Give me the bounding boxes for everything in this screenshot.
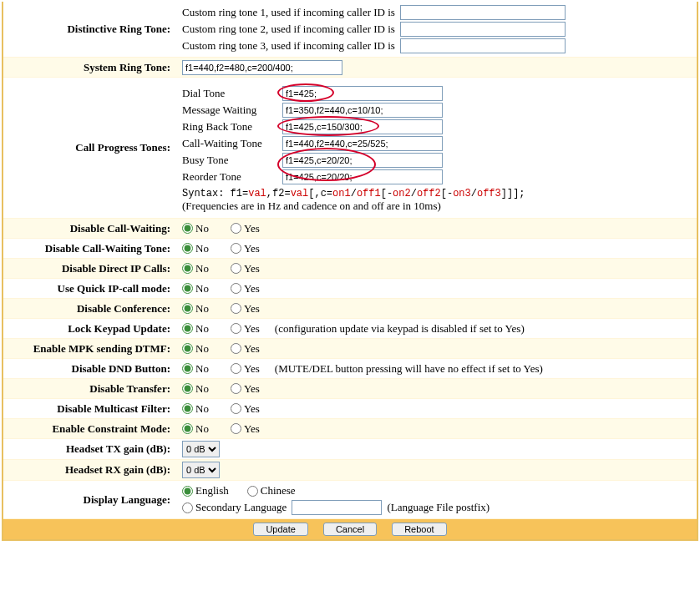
cell-disable-multicast: No Yes <box>179 401 697 417</box>
radio-constraint-mode-yes[interactable] <box>231 423 241 434</box>
radio-disable-transfer-no[interactable] <box>182 383 193 394</box>
input-ring-back[interactable] <box>282 119 443 134</box>
select-tx-gain[interactable]: 0 dB <box>182 441 220 457</box>
row-quick-ip: Use Quick IP-call mode: No Yes <box>3 279 697 299</box>
label-progress-tones: Call Progress Tones: <box>3 78 179 218</box>
row-disable-dnd: Disable DND Button: No Yes (MUTE/DEL but… <box>3 359 697 379</box>
cell-display-lang: English Chinese Secondary Language (Lang… <box>179 481 697 518</box>
cell-tx-gain: 0 dB <box>179 439 697 459</box>
radio-lang-secondary[interactable] <box>182 502 193 513</box>
config-frame: Distinctive Ring Tone: Custom ring tone … <box>2 2 698 541</box>
footer-buttons: Update Cancel Reboot <box>3 519 697 539</box>
label-quick-ip: Use Quick IP-call mode: <box>3 279 179 298</box>
radio-disable-dipc-yes[interactable] <box>231 263 241 274</box>
input-dial-tone[interactable] <box>282 86 443 101</box>
label-system-ring: System Ring Tone: <box>3 58 179 77</box>
radio-disable-multicast-no[interactable] <box>182 403 193 414</box>
radio-mpk-dtmf-no[interactable] <box>182 343 193 354</box>
radio-quick-ip-yes[interactable] <box>231 283 241 294</box>
radio-quick-ip-no[interactable] <box>182 283 193 294</box>
cell-system-ring <box>179 58 697 77</box>
row-system-ring: System Ring Tone: <box>3 58 697 78</box>
row-disable-multicast: Disable Multicast Filter: No Yes <box>3 399 697 419</box>
radio-disable-multicast-yes[interactable] <box>231 403 241 414</box>
text-ring3: Custom ring tone 3, used if incoming cal… <box>182 39 395 53</box>
radio-disable-dipc-no[interactable] <box>182 263 193 274</box>
input-message-waiting[interactable] <box>282 103 443 118</box>
cell-disable-conf: No Yes <box>179 300 697 317</box>
label-display-lang: Display Language: <box>3 481 179 518</box>
reboot-button[interactable]: Reboot <box>392 523 446 536</box>
row-rx-gain: Headset RX gain (dB): 0 dB <box>3 460 697 481</box>
label-disable-multicast: Disable Multicast Filter: <box>3 399 179 418</box>
label-disable-transfer: Disable Transfer: <box>3 379 179 398</box>
radio-disable-conf-no[interactable] <box>182 303 193 314</box>
label-constraint-mode: Enable Constraint Mode: <box>3 419 179 438</box>
cell-constraint-mode: No Yes <box>179 421 697 437</box>
cell-disable-cwt: No Yes <box>179 240 697 257</box>
label-busy-tone: Busy Tone <box>182 154 277 167</box>
input-ring1[interactable] <box>400 5 566 20</box>
row-lock-keypad: Lock Keypad Update: No Yes (configuratio… <box>3 319 697 339</box>
radio-disable-cw-no[interactable] <box>182 223 193 234</box>
syntax-note: (Frequencies are in Hz and cadence on an… <box>182 199 697 213</box>
radio-lock-keypad-no[interactable] <box>182 323 193 334</box>
input-call-waiting-tone[interactable] <box>282 136 443 151</box>
row-disable-transfer: Disable Transfer: No Yes <box>3 379 697 399</box>
row-mpk-dtmf: Enable MPK sending DTMF: No Yes <box>3 339 697 359</box>
label-call-waiting-tone: Call-Waiting Tone <box>182 137 277 150</box>
radio-disable-conf-yes[interactable] <box>231 303 241 314</box>
radio-disable-transfer-yes[interactable] <box>231 383 241 394</box>
row-constraint-mode: Enable Constraint Mode: No Yes <box>3 419 697 439</box>
input-system-ring[interactable] <box>182 60 342 75</box>
radio-disable-cw-yes[interactable] <box>231 223 241 234</box>
input-lang-postfix[interactable] <box>292 500 382 515</box>
input-ring2[interactable] <box>400 22 566 37</box>
radio-disable-cwt-no[interactable] <box>182 243 193 254</box>
label-disable-dnd: Disable DND Button: <box>3 359 179 378</box>
label-disable-conf: Disable Conference: <box>3 299 179 318</box>
row-tx-gain: Headset TX gain (dB): 0 dB <box>3 439 697 460</box>
text-ring2: Custom ring tone 2, used if incoming cal… <box>182 23 395 36</box>
cancel-button[interactable]: Cancel <box>323 523 377 536</box>
label-disable-cw: Disable Call-Waiting: <box>3 219 179 238</box>
select-rx-gain[interactable]: 0 dB <box>182 462 220 478</box>
cell-mpk-dtmf: No Yes <box>179 341 697 357</box>
radio-lang-english[interactable] <box>182 486 193 497</box>
input-busy-tone[interactable] <box>282 153 443 168</box>
label-disable-dipc: Disable Direct IP Calls: <box>3 259 179 278</box>
label-rx-gain: Headset RX gain (dB): <box>3 460 179 480</box>
cell-lock-keypad: No Yes (configuration update via keypad … <box>179 321 697 337</box>
label-disable-cwt: Disable Call-Waiting Tone: <box>3 239 179 258</box>
cell-rx-gain: 0 dB <box>179 460 697 480</box>
cell-progress-tones: Dial Tone Message Waiting Ring Back Tone… <box>179 78 697 218</box>
row-disable-cw: Disable Call-Waiting: No Yes <box>3 219 697 239</box>
note-lock-keypad: (configuration update via keypad is disa… <box>275 322 525 336</box>
radio-mpk-dtmf-yes[interactable] <box>231 343 241 354</box>
label-lock-keypad: Lock Keypad Update: <box>3 319 179 338</box>
cell-quick-ip: No Yes <box>179 280 697 297</box>
radio-disable-cwt-yes[interactable] <box>231 243 241 254</box>
row-disable-cwt: Disable Call-Waiting Tone: No Yes <box>3 239 697 259</box>
row-disable-conf: Disable Conference: No Yes <box>3 299 697 319</box>
row-display-lang: Display Language: English Chinese Second… <box>3 481 697 519</box>
cell-disable-cw: No Yes <box>179 220 697 237</box>
cell-disable-dipc: No Yes <box>179 260 697 277</box>
radio-constraint-mode-no[interactable] <box>182 423 193 434</box>
note-disable-dnd: (MUTE/DEL button pressing will have no e… <box>275 362 543 376</box>
label-dial-tone: Dial Tone <box>182 87 277 100</box>
radio-disable-dnd-no[interactable] <box>182 363 193 374</box>
row-disable-dipc: Disable Direct IP Calls: No Yes <box>3 259 697 279</box>
label-mpk-dtmf: Enable MPK sending DTMF: <box>3 339 179 358</box>
input-reorder-tone[interactable] <box>282 169 443 184</box>
label-ring-back: Ring Back Tone <box>182 120 277 134</box>
radio-disable-dnd-yes[interactable] <box>231 363 241 374</box>
radio-lock-keypad-yes[interactable] <box>231 323 241 334</box>
label-message-waiting: Message Waiting <box>182 104 277 117</box>
cell-disable-dnd: No Yes (MUTE/DEL button pressing will ha… <box>179 361 697 377</box>
row-progress-tones: Call Progress Tones: Dial Tone Message W… <box>3 78 697 219</box>
input-ring3[interactable] <box>400 38 566 53</box>
text-ring1: Custom ring tone 1, used if incoming cal… <box>182 6 395 19</box>
radio-lang-chinese[interactable] <box>247 486 258 497</box>
update-button[interactable]: Update <box>253 523 307 536</box>
